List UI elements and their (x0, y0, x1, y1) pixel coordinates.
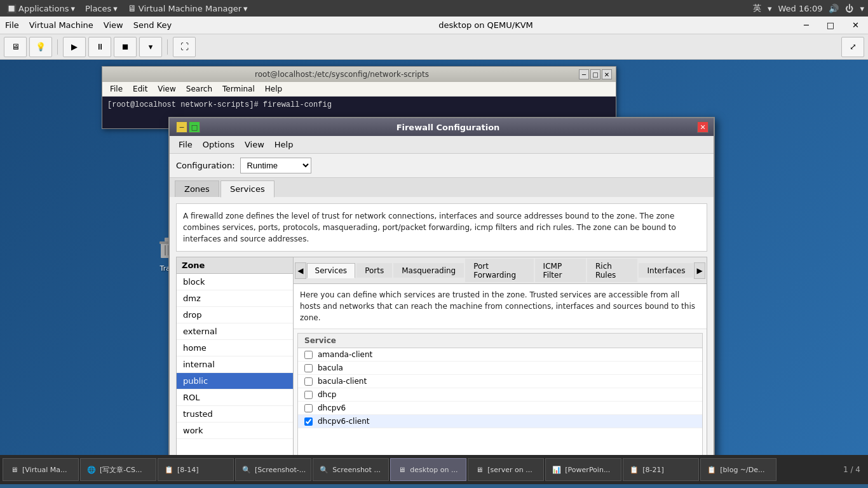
service-item-bacula: bacula (298, 362, 702, 375)
taskbar-item-screenshot1[interactable]: 🔍 [Screenshot-... (235, 458, 311, 481)
service-checkbox-bacula[interactable] (304, 364, 313, 372)
language-indicator[interactable]: 英 (753, 3, 761, 14)
toolbar-play-btn[interactable]: ▶ (63, 37, 86, 57)
zone-nav-prev[interactable]: ◀ (295, 262, 306, 279)
vm-menu-view[interactable]: View (104, 20, 123, 30)
taskbar-item-ppt[interactable]: 📊 [PowerPoin... (545, 458, 621, 481)
fw-menu-help[interactable]: Help (271, 138, 297, 151)
service-item-dhcpv6-client: dhcpv6-client (298, 415, 702, 428)
vm-menu-file[interactable]: File (5, 20, 19, 30)
service-checkbox-dhcpv6-client[interactable] (304, 417, 313, 426)
vm-maximize-btn[interactable]: □ (823, 19, 838, 31)
zone-tab-portforwarding[interactable]: Port Forwarding (465, 259, 533, 282)
terminal-menu-edit[interactable]: Edit (130, 83, 150, 95)
fw-content: Zone block dmz drop external home intern… (176, 257, 707, 477)
zone-tab-richrules[interactable]: Rich Rules (587, 259, 638, 282)
toolbar-right: ⤢ (841, 37, 864, 57)
taskbar-item-cs[interactable]: 🌐 [写文章-CS... (80, 458, 156, 481)
toolbar-info-btn[interactable]: 💡 (29, 37, 52, 57)
zone-item-drop[interactable]: drop (177, 307, 293, 323)
fw-maximize-btn[interactable]: □ (189, 121, 200, 133)
vm-menu-sendkey[interactable]: Send Key (133, 20, 172, 30)
power-icon[interactable]: ⏻ (845, 4, 853, 13)
volume-icon[interactable]: 🔊 (829, 4, 839, 13)
toolbar-dropdown-btn[interactable]: ▾ (139, 37, 162, 57)
terminal-menu-terminal[interactable]: Terminal (220, 83, 257, 95)
terminal-menu-help[interactable]: Help (262, 83, 285, 95)
zone-item-trusted[interactable]: trusted (177, 406, 293, 423)
taskbar-item-8-14[interactable]: 📋 [8-14] (158, 458, 234, 481)
zone-label: Zone (182, 261, 205, 270)
services-list-header: Service (298, 334, 702, 348)
fw-menu-file[interactable]: File (175, 138, 196, 151)
zone-tab-icmpfilter[interactable]: ICMP Filter (535, 259, 586, 282)
zone-tab-interfaces[interactable]: Interfaces (639, 263, 693, 278)
terminal-maximize-btn[interactable]: □ (590, 69, 600, 79)
service-checkbox-dhcpv6[interactable] (304, 404, 313, 412)
fw-menu-options[interactable]: Options (199, 138, 238, 151)
terminal-close-btn[interactable]: ✕ (602, 69, 612, 79)
taskbar-item-desktop[interactable]: 🖥 desktop on ... (390, 458, 466, 481)
fw-config-select[interactable]: Runtime Permanent (240, 158, 311, 173)
taskbar-cs-label: [写文章-CS... (100, 465, 142, 475)
terminal-menu-view[interactable]: View (155, 83, 178, 95)
terminal-minimize-btn[interactable]: ─ (579, 69, 589, 79)
zone-item-dmz[interactable]: dmz (177, 290, 293, 307)
taskbar-item-screenshot2[interactable]: 🔍 Screenshot ... (313, 458, 389, 481)
zone-nav-next[interactable]: ▶ (694, 262, 705, 279)
taskbar-8-14-icon: 📋 (163, 464, 175, 475)
applications-menu[interactable]: 🔲 Applications ▾ (4, 3, 78, 15)
zone-services-description: Here you can define which services are t… (294, 284, 707, 329)
services-list-container[interactable]: Service amanda-client bacula bacula (297, 333, 703, 473)
service-checkbox-dhcp[interactable] (304, 391, 313, 399)
zone-tab-ports[interactable]: Ports (356, 263, 392, 278)
zone-item-public[interactable]: public (177, 373, 293, 390)
fw-tab-services[interactable]: Services (220, 180, 275, 198)
taskbar-item-blog[interactable]: 📋 [blog ~/De... (700, 458, 776, 481)
taskbar-item-8-21[interactable]: 📋 [8-21] (623, 458, 699, 481)
terminal-menu-file[interactable]: File (107, 83, 125, 95)
zone-item-block[interactable]: block (177, 274, 293, 290)
service-name-dhcpv6-client: dhcpv6-client (318, 417, 369, 426)
terminal-menu-search[interactable]: Search (184, 83, 215, 95)
vm-manager-menu[interactable]: 🖥 Virtual Machine Manager ▾ (125, 2, 250, 15)
vm-minimize-btn[interactable]: ─ (800, 19, 813, 31)
zone-item-work[interactable]: work (177, 423, 293, 439)
service-checkbox-bacula-client[interactable] (304, 377, 313, 386)
fw-minimize-btn[interactable]: ─ (176, 121, 187, 133)
taskbar-desktop-label: desktop on ... (410, 466, 458, 474)
vm-menu-vm[interactable]: Virtual Machine (29, 20, 93, 30)
service-checkbox-amanda[interactable] (304, 351, 313, 359)
zone-item-rol[interactable]: ROL (177, 390, 293, 406)
applications-icon: 🔲 (6, 4, 17, 13)
zone-item-external[interactable]: external (177, 323, 293, 340)
toolbar-pause-btn[interactable]: ⏸ (88, 37, 111, 57)
fw-title: Firewall Configuration (200, 123, 696, 132)
zone-item-home[interactable]: home (177, 340, 293, 356)
places-menu[interactable]: Places ▾ (83, 3, 120, 15)
taskbar-item-vm[interactable]: 🖥 [Virtual Ma... (3, 458, 79, 481)
fw-config-row: Configuration: Runtime Permanent (170, 154, 714, 178)
toolbar-monitor-btn[interactable]: 🖥 (4, 37, 27, 57)
fw-menu-view[interactable]: View (241, 138, 268, 151)
monitor-icon: 🖥 (11, 42, 20, 51)
toolbar-resize-btn[interactable]: ⤢ (841, 37, 864, 57)
zone-tab-masquerading[interactable]: Masquerading (393, 263, 464, 278)
toolbar-stop-btn[interactable]: ⏹ (114, 37, 137, 57)
taskbar-screenshot2-label: Screenshot ... (332, 466, 381, 474)
fw-close-btn[interactable]: ✕ (697, 121, 709, 133)
zone-item-internal[interactable]: internal (177, 356, 293, 373)
fw-tab-zones[interactable]: Zones (175, 180, 219, 197)
fw-menubar: File Options View Help (170, 136, 714, 154)
dropdown-arrow-icon: ▾ (149, 42, 153, 51)
taskbar-item-server[interactable]: 🖥 [server on ... (468, 458, 544, 481)
taskbar-vm-icon: 🖥 (8, 464, 20, 475)
taskbar-server-icon: 🖥 (473, 464, 485, 475)
taskbar-page: 1 / 4 (838, 465, 865, 474)
vm-close-btn[interactable]: ✕ (848, 19, 863, 31)
toolbar-fullscreen-btn[interactable]: ⛶ (173, 37, 196, 57)
toolbar-separator2 (167, 39, 168, 55)
fw-main-tabs: Zones Services (170, 178, 714, 197)
taskbar-vm-label: [Virtual Ma... (22, 466, 67, 474)
zone-tab-services[interactable]: Services (307, 263, 356, 278)
